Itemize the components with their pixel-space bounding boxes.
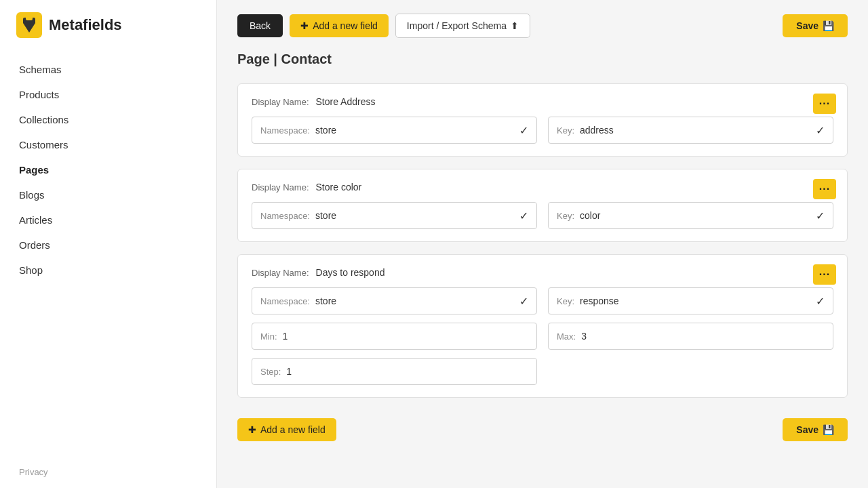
add-icon: ✚: [300, 20, 309, 31]
add-icon-bottom: ✚: [248, 424, 256, 435]
sidebar-item-collections[interactable]: Collections: [0, 107, 216, 132]
footer-privacy[interactable]: Privacy: [0, 456, 216, 488]
key-input-2[interactable]: [580, 210, 812, 221]
fields-row-3: Namespace: ✓ Key: ✓: [252, 287, 833, 314]
import-export-label: Import / Export Schema: [407, 20, 507, 31]
field-card-1: Display Name: Store Address ··· Namespac…: [237, 83, 848, 157]
key-label-3: Key:: [557, 296, 574, 306]
namespace-check-1: ✓: [519, 124, 528, 137]
namespace-check-2: ✓: [519, 209, 528, 222]
add-field-button-top[interactable]: ✚ Add a new field: [290, 14, 389, 37]
field-menu-button-3[interactable]: ···: [813, 264, 836, 285]
logo-text: Metafields: [49, 16, 122, 34]
max-label-3: Max:: [557, 331, 576, 342]
display-name-row-2: Display Name: Store color: [252, 182, 833, 192]
save-button-bottom[interactable]: Save 💾: [783, 418, 848, 441]
key-group-3: Key: ✓: [548, 287, 833, 314]
key-input-1[interactable]: [580, 125, 812, 136]
add-field-label: Add a new field: [313, 20, 378, 31]
min-label-3: Min:: [260, 331, 277, 342]
back-button[interactable]: Back: [237, 14, 283, 37]
display-name-row-3: Display Name: Days to respond: [252, 267, 833, 278]
display-name-value-1: Store Address: [316, 96, 376, 107]
toolbar-left: Back ✚ Add a new field Import / Export S…: [237, 14, 530, 38]
display-name-label-1: Display Name:: [252, 97, 309, 107]
namespace-input-3[interactable]: [315, 296, 515, 306]
key-group-2: Key: ✓: [548, 202, 833, 229]
display-name-value-3: Days to respond: [316, 267, 385, 278]
field-card-3: Display Name: Days to respond ··· Namesp…: [237, 254, 848, 398]
key-group-1: Key: ✓: [548, 117, 833, 144]
save-icon-bottom: 💾: [823, 424, 834, 435]
import-icon: ⬆: [511, 20, 519, 31]
display-name-row-1: Display Name: Store Address: [252, 96, 833, 107]
sidebar-item-orders[interactable]: Orders: [0, 232, 216, 258]
namespace-group-1: Namespace: ✓: [252, 117, 537, 144]
display-name-label-2: Display Name:: [252, 182, 309, 192]
sidebar-item-blogs[interactable]: Blogs: [0, 182, 216, 207]
namespace-label-3: Namespace:: [260, 296, 310, 306]
sidebar: Metafields Schemas Products Collections …: [0, 0, 217, 488]
sidebar-nav: Schemas Products Collections Customers P…: [0, 50, 216, 456]
sidebar-item-articles[interactable]: Articles: [0, 207, 216, 232]
min-input-3[interactable]: [283, 331, 528, 342]
field-menu-button-1[interactable]: ···: [813, 94, 836, 114]
namespace-group-2: Namespace: ✓: [252, 202, 537, 229]
namespace-label-1: Namespace:: [260, 125, 310, 136]
namespace-check-3: ✓: [519, 295, 528, 308]
save-button-top[interactable]: Save 💾: [783, 14, 848, 37]
sidebar-item-shop[interactable]: Shop: [0, 258, 216, 283]
key-input-3[interactable]: [580, 296, 812, 306]
max-group-3: Max:: [548, 323, 833, 350]
key-check-1: ✓: [816, 124, 825, 137]
display-name-value-2: Store color: [316, 182, 362, 192]
logo-icon: [16, 12, 42, 38]
step-input-3[interactable]: [286, 366, 528, 377]
field-card-2: Display Name: Store color ··· Namespace:…: [237, 169, 848, 242]
key-label-1: Key:: [557, 125, 574, 136]
max-input-3[interactable]: [581, 331, 825, 342]
field-menu-button-2[interactable]: ···: [813, 179, 836, 199]
step-group-3: Step:: [252, 358, 537, 385]
namespace-group-3: Namespace: ✓: [252, 287, 537, 314]
sidebar-item-customers[interactable]: Customers: [0, 132, 216, 157]
step-label-3: Step:: [260, 367, 281, 377]
sidebar-item-products[interactable]: Products: [0, 82, 216, 107]
key-check-2: ✓: [816, 209, 825, 222]
min-group-3: Min:: [252, 323, 537, 350]
display-name-label-3: Display Name:: [252, 268, 309, 278]
save-label-bottom: Save: [796, 424, 818, 435]
page-title: Page | Contact: [237, 52, 848, 67]
logo-area: Metafields: [0, 0, 216, 50]
toolbar: Back ✚ Add a new field Import / Export S…: [237, 14, 848, 38]
main-content: Back ✚ Add a new field Import / Export S…: [217, 0, 868, 488]
fields-row-2: Namespace: ✓ Key: ✓: [252, 202, 833, 229]
sidebar-item-schemas[interactable]: Schemas: [0, 57, 216, 82]
sidebar-item-pages[interactable]: Pages: [0, 157, 216, 182]
save-label-top: Save: [796, 20, 818, 31]
key-check-3: ✓: [816, 295, 825, 308]
key-label-2: Key:: [557, 211, 574, 221]
bottom-toolbar: ✚ Add a new field Save 💾: [237, 418, 848, 441]
add-field-button-bottom[interactable]: ✚ Add a new field: [237, 418, 336, 441]
namespace-label-2: Namespace:: [260, 211, 310, 221]
namespace-input-1[interactable]: [315, 125, 515, 136]
save-icon-top: 💾: [823, 20, 834, 31]
namespace-input-2[interactable]: [315, 210, 515, 221]
fields-row-1: Namespace: ✓ Key: ✓: [252, 117, 833, 144]
numeric-row-3: Min: Max:: [252, 323, 833, 350]
step-row-3: Step:: [252, 358, 833, 385]
svg-rect-1: [26, 15, 33, 20]
import-export-button[interactable]: Import / Export Schema ⬆: [395, 14, 530, 38]
add-field-label-bottom: Add a new field: [260, 424, 326, 435]
